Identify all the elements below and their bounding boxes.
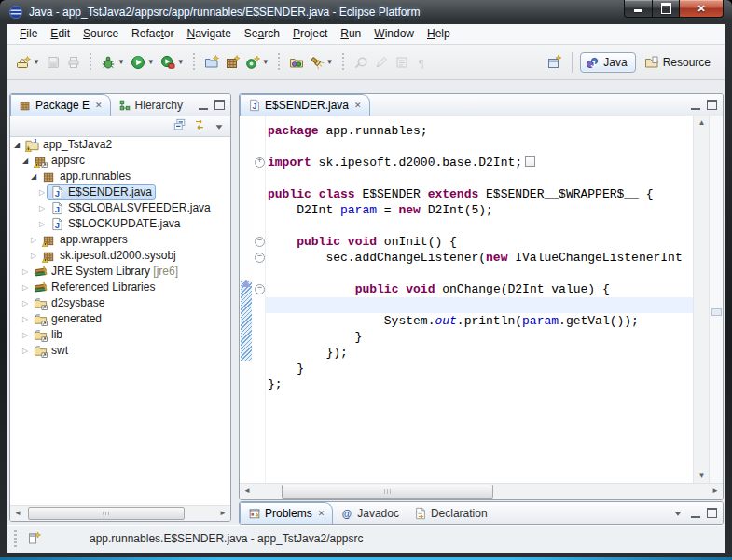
tree-item-jre-system-library[interactable]: ▷JRE System Library [jre6] (10, 264, 230, 280)
tree-item-sk-ipesoft-d2000-sysobj[interactable]: ▷sk.ipesoft.d2000.sysobj (10, 248, 230, 264)
debug-button[interactable]: ▼ (98, 49, 128, 75)
scroll-left-icon[interactable]: ◄ (10, 506, 25, 521)
tab-problems[interactable]: Problems✕ (240, 502, 333, 524)
expand-fold-icon[interactable]: + (255, 157, 265, 168)
scrollbar-thumb[interactable] (28, 507, 185, 520)
collapsed-arrow-icon[interactable]: ▷ (21, 343, 30, 359)
menu-navigate[interactable]: Navigate (180, 24, 237, 44)
close-button[interactable]: ✕ (679, 0, 724, 18)
close-tab-icon[interactable]: ✕ (354, 101, 362, 110)
close-tab-icon[interactable]: ✕ (95, 101, 103, 110)
minimize-button[interactable] (624, 0, 653, 18)
scroll-down-icon[interactable]: ▼ (694, 469, 710, 484)
scroll-left-icon[interactable]: ◄ (240, 484, 255, 499)
dropdown-arrow-icon[interactable]: ▼ (147, 58, 155, 66)
external-tools-button[interactable]: ▼ (158, 49, 187, 75)
view-menu-icon[interactable] (213, 120, 226, 133)
current-code-line[interactable] (266, 297, 694, 313)
run-button[interactable]: ▼ (128, 49, 158, 75)
maximize-view-icon[interactable] (707, 100, 717, 110)
collapse-fold-icon[interactable]: − (255, 253, 265, 263)
tab-package-e[interactable]: Package E✕ (10, 94, 111, 116)
code-line[interactable]: public class E$SENDER extends E$SENDER__… (266, 186, 694, 202)
tree-item-app-wrappers[interactable]: ▷app.wrappers (10, 232, 230, 248)
scroll-up-icon[interactable]: ▲ (694, 116, 710, 130)
editor-hscrollbar[interactable]: ◄ ► (240, 483, 723, 499)
collapsed-arrow-icon[interactable]: ▷ (37, 216, 47, 232)
code-line[interactable]: } (266, 361, 694, 376)
close-tab-icon[interactable]: ✕ (318, 509, 325, 518)
tab-declaration[interactable]: Declaration (407, 502, 495, 524)
folding-ruler[interactable]: +−−− (253, 116, 266, 484)
dropdown-arrow-icon[interactable]: ▼ (326, 58, 334, 66)
perspective-resource-button[interactable]: Resource (640, 52, 719, 73)
tab-e-sender-java[interactable]: JE$SENDER.java✕ (240, 94, 370, 116)
collapsed-region-icon[interactable] (525, 156, 535, 167)
tree-item-e-sender-java[interactable]: ▷JE$SENDER.java (10, 184, 230, 200)
minimize-view-icon[interactable] (199, 101, 208, 110)
code-line[interactable]: sec.addChangeListener(new IValueChangeLi… (266, 250, 694, 266)
editor-body[interactable]: +−−− package app.runnables;import sk.ipe… (240, 116, 723, 484)
expanded-arrow-icon[interactable]: ◢ (21, 153, 30, 169)
dropdown-arrow-icon[interactable]: ▼ (177, 58, 185, 66)
open-perspective-button[interactable] (544, 49, 564, 75)
collapsed-arrow-icon[interactable]: ▷ (21, 311, 30, 327)
tree-item-s-lockupdate-java[interactable]: ▷JS$LOCKUPDATE.java (10, 216, 230, 232)
scrollbar-thumb[interactable] (282, 485, 493, 499)
tab-javadoc[interactable]: @Javadoc (333, 502, 407, 524)
collapsed-arrow-icon[interactable]: ▷ (29, 248, 38, 264)
maximize-view-icon[interactable] (214, 100, 225, 110)
menu-file[interactable]: File (13, 24, 44, 44)
code-line[interactable]: D2Int param = new D2Int(5); (266, 202, 694, 218)
code-line[interactable]: } (266, 329, 694, 345)
tree-item-appsrc[interactable]: ◢appsrc (10, 153, 230, 169)
code-line[interactable]: System.out.println(param.getVal()); (266, 313, 694, 329)
expanded-arrow-icon[interactable]: ◢ (12, 137, 21, 153)
minimize-view-icon[interactable] (691, 509, 700, 518)
collapsed-arrow-icon[interactable]: ▷ (21, 280, 30, 295)
menu-refactor[interactable]: Refactor (125, 24, 180, 44)
menu-source[interactable]: Source (76, 24, 125, 44)
expanded-arrow-icon[interactable]: ◢ (29, 169, 38, 184)
code-area[interactable]: package app.runnables;import sk.ipesoft.… (266, 116, 694, 484)
maximize-view-icon[interactable] (707, 508, 717, 518)
code-line[interactable]: public void onChange(D2Int value) { (266, 281, 694, 297)
collapse-fold-icon[interactable]: − (255, 284, 265, 294)
editor-vscrollbar[interactable]: ▲ ▼ (693, 116, 710, 484)
overview-ruler[interactable] (709, 116, 723, 484)
tree-item-swt[interactable]: ▷swt (10, 343, 230, 359)
package-explorer-hscrollbar[interactable]: ◄ ► (10, 505, 230, 521)
search-button[interactable]: ▼ (307, 49, 337, 75)
new-package-button[interactable] (222, 49, 242, 75)
perspective-java-button[interactable]: JJava (580, 52, 635, 73)
code-line[interactable]: }); (266, 345, 694, 361)
collapsed-arrow-icon[interactable]: ▷ (37, 184, 47, 200)
dropdown-arrow-icon[interactable]: ▼ (33, 58, 40, 66)
new-java-project-button[interactable] (201, 49, 222, 75)
new-wizard-button[interactable]: ▼ (13, 49, 43, 75)
dropdown-arrow-icon[interactable]: ▼ (262, 58, 269, 66)
tab-hierarchy[interactable]: Hierarchy (111, 94, 190, 116)
minimize-view-icon[interactable] (691, 101, 700, 110)
tree-item-app-tstjava2[interactable]: ◢Japp_TstJava2 (10, 137, 230, 153)
tree-item-d2sysbase[interactable]: ▷d2sysbase (10, 295, 230, 311)
tree-item-s-globalsvfeeder-java[interactable]: ▷JS$GLOBALSVFEEDER.java (10, 200, 230, 216)
tree-item-lib[interactable]: ▷lib (10, 327, 230, 343)
menu-project[interactable]: Project (286, 24, 334, 44)
annotation-ruler[interactable] (240, 116, 253, 484)
code-line[interactable] (266, 171, 694, 186)
code-line[interactable]: }; (266, 376, 694, 392)
scroll-right-icon[interactable]: ► (215, 506, 230, 521)
code-line[interactable] (266, 266, 694, 281)
code-line[interactable] (266, 139, 694, 155)
collapsed-arrow-icon[interactable]: ▷ (21, 295, 30, 311)
menu-run[interactable]: Run (334, 24, 367, 44)
tree-item-referenced-libraries[interactable]: ▷Referenced Libraries (10, 280, 230, 295)
collapse-all-button[interactable] (173, 118, 186, 135)
collapsed-arrow-icon[interactable]: ▷ (29, 232, 38, 248)
maximize-button[interactable] (653, 0, 679, 18)
overview-annotation[interactable] (711, 308, 722, 316)
dropdown-arrow-icon[interactable]: ▼ (117, 58, 125, 66)
scroll-right-icon[interactable]: ► (708, 484, 723, 499)
link-with-editor-button[interactable] (193, 118, 206, 135)
